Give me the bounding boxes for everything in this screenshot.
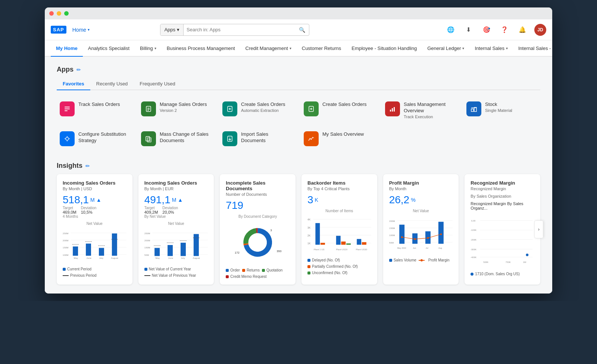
app-manage-sales-orders[interactable]: Manage Sales Orders Version 2 — [138, 98, 215, 123]
app-configure-substitution[interactable]: Configure Substitution Strategy — [57, 128, 134, 150]
legend-previous-year-eur: Net Value of Previous Year — [144, 273, 196, 277]
insights-edit-icon[interactable]: ✏ — [85, 163, 90, 169]
card-incoming-sales-usd[interactable]: Incoming Sales Orders By Month | USD 518… — [57, 174, 132, 285]
card-recognized-margin[interactable]: Recognized Margin Recognized Margin By S… — [465, 174, 540, 285]
card-unit-backorder: K — [315, 197, 318, 203]
insights-grid: Incoming Sales Orders By Month | USD 518… — [57, 174, 540, 285]
nav-item-customer-returns[interactable]: Customer Returns — [297, 40, 346, 57]
legend-label-returns: Returns — [247, 268, 260, 272]
legend-dot-dom-sales — [471, 273, 473, 276]
chart-area-incomplete: By Document Category — [226, 214, 290, 279]
svg-rect-38 — [99, 248, 104, 256]
download-icon-button[interactable]: ⬇ — [463, 24, 475, 36]
legend-label-sales-volume: Sales Volume — [394, 258, 416, 262]
home-button[interactable]: Home ▾ — [72, 27, 90, 33]
search-scope-selector[interactable]: Apps ▾ — [160, 24, 184, 35]
apps-edit-icon[interactable]: ✏ — [76, 67, 81, 73]
card-value-incomplete: 719 — [226, 200, 290, 211]
tab-favorites[interactable]: Favorites — [57, 78, 90, 90]
card-incomplete-docs[interactable]: Incomplete Sales Documents Number of Doc… — [220, 174, 296, 285]
app-import-sales-documents[interactable]: Import Sales Documents — [219, 128, 296, 150]
nav-item-credit-management[interactable]: Credit Management ▾ — [240, 40, 297, 57]
chart-legend-backorder: Delayed (No. Of) Partially Confirmed (No… — [307, 258, 371, 275]
card-unit-incoming-usd: M ▲ — [90, 197, 101, 203]
svg-rect-5 — [147, 109, 150, 110]
app-my-sales-overview[interactable]: My Sales Overview — [301, 128, 378, 150]
legend-sales-volume: Sales Volume — [389, 258, 416, 262]
svg-rect-86 — [357, 239, 361, 245]
svg-rect-84 — [341, 242, 346, 245]
card-title-backorder: Backorder Items — [307, 180, 371, 186]
svg-text:200M: 200M — [389, 220, 395, 222]
svg-rect-58 — [181, 243, 186, 256]
app-name-import-sales-documents: Import Sales Documents — [241, 131, 293, 144]
svg-text:July: July — [99, 257, 104, 259]
maximize-dot[interactable] — [64, 11, 69, 16]
card-backorder-items[interactable]: Backorder Items By Top 4 Critical Plants… — [301, 174, 377, 285]
card-value-profit: 26,2 % — [389, 194, 453, 206]
app-track-sales-orders[interactable]: Track Sales Orders — [57, 98, 134, 123]
svg-text:-300K: -300K — [471, 248, 476, 251]
app-mass-change[interactable]: Mass Change of Sales Documents — [138, 128, 215, 150]
svg-text:Jun: Jun — [413, 247, 416, 249]
search-button[interactable]: 🔍 — [295, 27, 309, 33]
tab-frequently-used[interactable]: Frequently Used — [134, 78, 181, 90]
help-icon-button[interactable]: ❓ — [498, 24, 510, 36]
scroll-right-button[interactable]: › — [534, 220, 543, 238]
close-dot[interactable] — [49, 11, 54, 16]
app-icon-my-sales-overview — [304, 131, 319, 146]
user-avatar[interactable]: JD — [534, 24, 546, 36]
legend-partially-confirmed: Partially Confirmed (No. Of) — [307, 264, 358, 269]
globe-icon-button[interactable]: 🌐 — [445, 24, 457, 36]
card-incoming-sales-eur[interactable]: Incoming Sales Orders By Month | EUR 491… — [138, 174, 214, 285]
svg-text:August: August — [193, 257, 200, 259]
header: SAP Home ▾ Apps ▾ 🔍 🌐 ⬇ 🎯 ❓ 🔔 — [45, 19, 552, 40]
svg-text:May 2022: May 2022 — [397, 247, 406, 249]
app-create-sales-orders[interactable]: Create Sales Orders — [301, 98, 378, 123]
nav-item-internal-sales[interactable]: Internal Sales ▾ — [469, 40, 513, 57]
svg-point-105 — [427, 237, 429, 239]
tab-recently-used[interactable]: Recently Used — [90, 78, 134, 90]
legend-profit-margin: Profit Margin — [419, 258, 450, 262]
legend-label-partially: Partially Confirmed (No. Of) — [312, 264, 358, 269]
card-title-incoming-usd: Incoming Sales Orders — [63, 180, 126, 186]
nav-item-employee-situation[interactable]: Employee - Situation Handling — [346, 40, 422, 57]
app-name-sales-management-overview: Sales Management Overview — [404, 101, 456, 114]
minimize-dot[interactable] — [57, 11, 61, 16]
card-sub-profit: By Month — [389, 186, 453, 191]
app-create-sales-orders-auto[interactable]: Create Sales Orders Automatic Extraction — [219, 98, 296, 123]
legend-current-period: Current Period — [63, 267, 91, 271]
search-input[interactable] — [184, 27, 295, 32]
card-profit-margin[interactable]: Profit Margin By Month 26,2 % Net Value … — [383, 174, 459, 285]
search-scope-label: Apps — [164, 27, 175, 32]
app-text-my-sales-overview: My Sales Overview — [322, 131, 375, 138]
nav-item-my-home[interactable]: My Home — [51, 40, 83, 57]
legend-label-previous-year-eur: Net Value of Previous Year — [152, 273, 196, 277]
app-icon-stock — [466, 101, 481, 116]
legend-order: Order — [226, 268, 240, 272]
bell-icon-button[interactable]: 🔔 — [516, 24, 528, 36]
svg-text:Plant 1 US: Plant 1 US — [314, 248, 325, 251]
svg-text:Jul: Jul — [425, 247, 428, 249]
app-name-configure-substitution: Configure Substitution Strategy — [78, 131, 131, 144]
nav-item-internal-sales-ps[interactable]: Internal Sales - Professional Services — [513, 40, 552, 57]
nav-item-analytics-specialist[interactable]: Analytics Specialist — [83, 40, 135, 57]
svg-point-106 — [440, 233, 442, 235]
legend-previous-period: Previous Period — [63, 273, 97, 277]
app-icon-create-sales-orders-auto — [222, 101, 237, 116]
chart-label-eur: Net Value — [144, 222, 208, 226]
app-sales-management-overview[interactable]: Sales Management Overview Track Executio… — [382, 98, 459, 123]
target-icon-button[interactable]: 🎯 — [481, 24, 493, 36]
app-text-track-sales-orders: Track Sales Orders — [78, 101, 131, 108]
nav-item-billing[interactable]: Billing ▾ — [135, 40, 162, 57]
chart-svg-usd: 250M 200M 150M 100M — [63, 226, 126, 264]
nav-item-bpm[interactable]: Business Process Management — [162, 40, 240, 57]
header-actions: 🌐 ⬇ 🎯 ❓ 🔔 JD — [445, 24, 546, 36]
nav-item-general-ledger[interactable]: General Ledger ▾ — [422, 40, 469, 57]
app-stock[interactable]: Stock Single Material — [463, 98, 540, 123]
card-deviation-label-usd: Deviation — [81, 206, 97, 210]
nav-label-internal-sales: Internal Sales — [475, 46, 504, 51]
home-chevron-icon: ▾ — [88, 28, 90, 32]
chart-legend-recognized: 1710 (Dom. Sales Org US) — [471, 272, 534, 276]
chart-area-eur: Net Value 250M 200M 150M 50M — [144, 222, 208, 277]
